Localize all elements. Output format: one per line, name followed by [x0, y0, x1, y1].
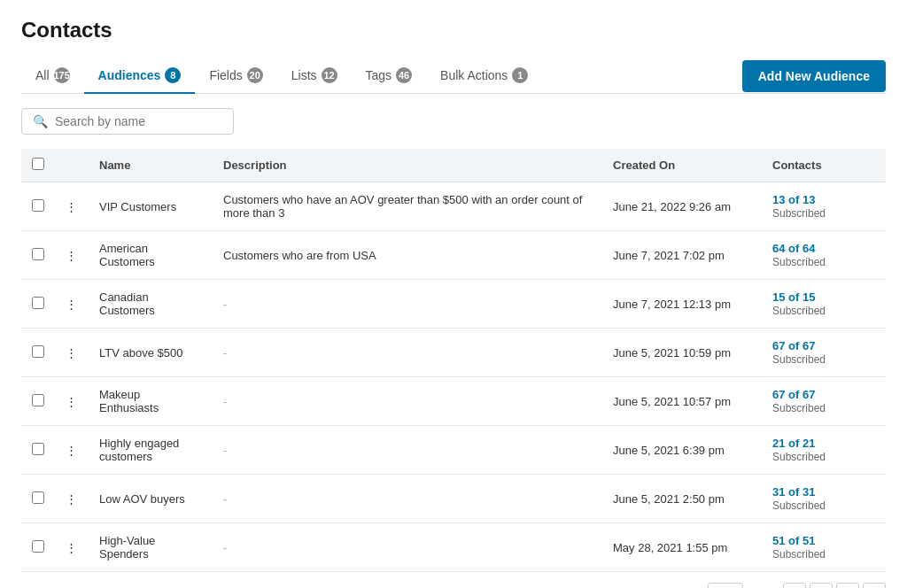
contacts-status-2: Subscribed: [772, 305, 826, 317]
contacts-status-4: Subscribed: [772, 402, 826, 414]
row-contacts-6: 31 of 31 Subscribed: [762, 475, 886, 523]
row-more-actions-6[interactable]: ⋮: [55, 475, 89, 523]
row-description-2: -: [213, 280, 602, 329]
row-select-0[interactable]: [32, 199, 44, 212]
tab-label-bulk-actions: Bulk Actions: [440, 68, 508, 82]
contacts-link-7[interactable]: 51 of 51: [772, 534, 815, 547]
row-description-1: Customers who are from USA: [213, 231, 602, 280]
tab-bulk-actions[interactable]: Bulk Actions1: [426, 58, 542, 94]
row-select-1[interactable]: [32, 248, 44, 260]
contacts-link-2[interactable]: 15 of 15: [772, 290, 815, 304]
row-select-4[interactable]: [32, 394, 44, 406]
row-contacts-3: 67 of 67 Subscribed: [762, 329, 886, 377]
tab-lists[interactable]: Lists12: [277, 58, 352, 94]
row-more-actions-2[interactable]: ⋮: [55, 280, 89, 329]
first-page-button[interactable]: «: [783, 583, 806, 588]
tab-badge-tags: 46: [396, 67, 412, 83]
row-contacts-5: 21 of 21 Subscribed: [762, 426, 886, 475]
contacts-link-6[interactable]: 31 of 31: [772, 485, 815, 499]
search-bar: 🔍: [21, 108, 234, 135]
last-page-button[interactable]: »: [863, 583, 886, 588]
row-select-2[interactable]: [32, 297, 44, 309]
table-row: ⋮ Highly engaged customers - June 5, 202…: [21, 426, 886, 475]
header-name: Name: [89, 149, 213, 182]
row-more-actions-1[interactable]: ⋮: [55, 231, 89, 280]
row-checkbox-3: [21, 329, 55, 377]
contacts-link-1[interactable]: 64 of 64: [772, 242, 815, 255]
tab-badge-all: 175: [54, 67, 70, 83]
table-row: ⋮ VIP Customers Customers who have an AO…: [21, 182, 886, 231]
tab-all[interactable]: All175: [21, 58, 84, 94]
table-row: ⋮ Canadian Customers - June 7, 2021 12:1…: [21, 280, 886, 329]
header-actions-col: [55, 149, 89, 182]
row-select-5[interactable]: [32, 443, 44, 455]
prev-page-button[interactable]: ‹: [810, 583, 833, 588]
row-created-7: May 28, 2021 1:55 pm: [602, 523, 762, 572]
contacts-link-4[interactable]: 67 of 67: [772, 388, 815, 401]
tab-audiences[interactable]: Audiences8: [84, 58, 196, 94]
row-created-1: June 7, 2021 7:02 pm: [602, 231, 762, 280]
page-number-input[interactable]: [708, 583, 743, 588]
row-description-3: -: [213, 329, 602, 377]
row-name-1: American Customers: [89, 231, 213, 280]
row-select-7[interactable]: [32, 540, 44, 553]
page-arrows: « ‹ › »: [783, 583, 886, 588]
contacts-link-3[interactable]: 67 of 67: [772, 339, 815, 352]
tabs-left: All175Audiences8Fields20Lists12Tags46Bul…: [21, 58, 542, 93]
contacts-status-7: Subscribed: [772, 548, 826, 561]
contacts-status-3: Subscribed: [772, 353, 826, 366]
table-row: ⋮ Makeup Enthusiasts - June 5, 2021 10:5…: [21, 377, 886, 426]
page-title: Contacts: [21, 18, 886, 43]
row-more-actions-3[interactable]: ⋮: [55, 329, 89, 377]
header-checkbox-col: [21, 149, 55, 182]
row-description-7: -: [213, 523, 602, 572]
row-name-4: Makeup Enthusiasts: [89, 377, 213, 426]
row-more-actions-4[interactable]: ⋮: [55, 377, 89, 426]
next-page-button[interactable]: ›: [836, 583, 859, 588]
row-contacts-1: 64 of 64 Subscribed: [762, 231, 886, 280]
tab-badge-bulk-actions: 1: [512, 67, 528, 83]
row-contacts-0: 13 of 13 Subscribed: [762, 182, 886, 231]
row-description-5: -: [213, 426, 602, 475]
search-input[interactable]: [55, 114, 222, 128]
contacts-status-5: Subscribed: [772, 451, 826, 463]
row-contacts-7: 51 of 51 Subscribed: [762, 523, 886, 572]
contacts-link-5[interactable]: 21 of 21: [772, 437, 815, 450]
tab-label-lists: Lists: [291, 68, 317, 82]
row-select-3[interactable]: [32, 345, 44, 358]
row-checkbox-1: [21, 231, 55, 280]
tab-tags[interactable]: Tags46: [352, 58, 427, 94]
search-icon: 🔍: [33, 114, 48, 128]
row-select-6[interactable]: [32, 491, 44, 504]
tab-label-audiences: Audiences: [98, 68, 161, 82]
add-new-audience-button[interactable]: Add New Audience: [742, 60, 886, 92]
tab-label-all: All: [35, 68, 50, 82]
row-description-0: Customers who have an AOV greater than $…: [213, 182, 602, 231]
pagination: of 51 « ‹ › »: [21, 572, 886, 588]
header-contacts: Contacts: [762, 149, 886, 182]
row-created-3: June 5, 2021 10:59 pm: [602, 329, 762, 377]
table-row: ⋮ High-Value Spenders - May 28, 2021 1:5…: [21, 523, 886, 572]
select-all-checkbox[interactable]: [32, 158, 44, 170]
tab-fields[interactable]: Fields20: [195, 58, 276, 94]
row-checkbox-7: [21, 523, 55, 572]
table-row: ⋮ American Customers Customers who are f…: [21, 231, 886, 280]
tab-badge-fields: 20: [247, 67, 263, 83]
row-more-actions-5[interactable]: ⋮: [55, 426, 89, 475]
contacts-status-6: Subscribed: [772, 499, 826, 512]
row-created-6: June 5, 2021 2:50 pm: [602, 475, 762, 523]
row-description-4: -: [213, 377, 602, 426]
row-contacts-4: 67 of 67 Subscribed: [762, 377, 886, 426]
tab-badge-audiences: 8: [165, 67, 181, 83]
contacts-status-0: Subscribed: [772, 207, 826, 220]
contacts-link-0[interactable]: 13 of 13: [772, 193, 815, 206]
row-name-6: Low AOV buyers: [89, 475, 213, 523]
tab-label-tags: Tags: [366, 68, 392, 82]
row-more-actions-0[interactable]: ⋮: [55, 182, 89, 231]
tab-badge-lists: 12: [322, 67, 337, 83]
tabs-bar: All175Audiences8Fields20Lists12Tags46Bul…: [21, 58, 886, 94]
row-checkbox-4: [21, 377, 55, 426]
row-name-3: LTV above $500: [89, 329, 213, 377]
row-more-actions-7[interactable]: ⋮: [55, 523, 89, 572]
tab-label-fields: Fields: [209, 68, 242, 82]
